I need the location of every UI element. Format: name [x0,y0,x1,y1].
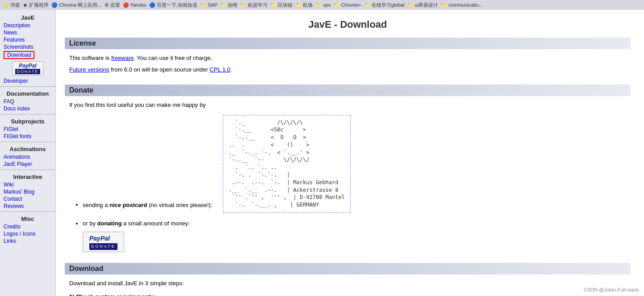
sidebar-subprojects-section: Subprojects [0,116,55,126]
sidebar-item-figlet[interactable]: FIGlet [0,126,55,133]
sidebar-documentation-section: Documentation [0,89,55,98]
browser-bookmarks-bar: ⭐ 书签 ★ 扩展程序 🔵 Chrome 网上应用... ⚙ 设置 🔴 Yand… [0,0,644,10]
bookmark-item[interactable]: 🔵 百度一下,你就知道 [149,2,197,8]
future-versions-link[interactable]: Future versions [69,66,109,73]
donate-list: sending a nice postcard (no virtual ones… [69,112,631,253]
cpl-link[interactable]: CPL 1.0 [209,66,230,73]
bookmark-item[interactable]: 📁 创维 [220,2,238,8]
bookmark-item[interactable]: 📁 Chrome+ [334,2,362,8]
download-block: Download and install JavE in 3 simple st… [65,279,631,296]
sidebar-item-logos-icons[interactable]: Logos / Icons [0,230,55,237]
page-wrapper: JavE Description News Features Screensho… [0,10,644,296]
sidebar-divider5 [0,211,55,212]
sidebar-divider4 [0,169,55,170]
donating-bold: donating [97,220,122,227]
donate-text: If you find this tool useful you can mak… [69,101,631,110]
paypal-donate-main-wrapper[interactable]: PayPal DONATE [83,232,631,253]
bookmark-item[interactable]: ⭐ 书签 [3,2,20,8]
sidebar-item-contact[interactable]: Contact [0,195,55,203]
license-text3: from 6.0 on will be open source under [109,66,210,73]
paypal-donate-sidebar[interactable]: PayPal DONATE [0,61,55,76]
license-header: License [65,38,631,49]
sidebar: JavE Description News Features Screensho… [0,10,56,296]
freeware-link[interactable]: freeware [111,55,134,61]
donate-header: Donate [65,85,631,96]
sidebar-interactive-section: Interactive [0,172,55,181]
sidebar-item-description[interactable]: Description [0,22,55,29]
sidebar-item-news[interactable]: News [0,29,55,36]
main-content: JavE - Download License This software is… [56,10,644,296]
sidebar-misc-section: Misc [0,214,55,223]
bookmark-item[interactable]: 📁 在线学习global [364,2,404,8]
bookmark-item[interactable]: 📁 ui界面设计 [407,2,439,8]
sidebar-item-faq[interactable]: FAQ [0,98,55,105]
no-virtual-text: (no virtual ones please!): [147,201,213,208]
sidebar-asclimations-section: Asclimations [0,144,55,153]
sidebar-item-download[interactable]: Download [4,51,34,59]
donate-postcard-item: sending a nice postcard (no virtual ones… [83,112,631,218]
bookmark-item[interactable]: 📁 机器学习 [240,2,268,8]
bookmark-item[interactable]: 📁 vps [315,2,330,8]
bookmark-item[interactable]: 📁 SAP [200,2,217,8]
sidebar-item-reviews[interactable]: Reviews [0,203,55,210]
download-text: Download and install JavE in 3 simple st… [69,279,631,288]
license-text2: . You can use it free of charge. [134,55,213,61]
bookmark-item[interactable]: 🔴 Yandex [123,2,146,8]
sidebar-item-docs-index[interactable]: Docs index [0,105,55,112]
bookmark-item[interactable]: ★ 扩展程序 [23,2,49,8]
sidebar-divider [0,86,55,87]
sidebar-item-credits[interactable]: Credits [0,223,55,230]
bookmark-item[interactable]: 🔵 Chrome 网上应用... [51,2,101,8]
sidebar-divider3 [0,142,55,142]
sidebar-item-wiki[interactable]: Wiki [0,181,55,188]
watermark: CSDN @Joker-Full-stack [584,287,639,292]
sidebar-item-features[interactable]: Features [0,36,55,43]
license-block: This software is freeware. You can use i… [65,54,631,74]
donate-money-item: or by donating a small amount of money: … [83,219,631,252]
sidebar-jave-section: JavE [0,13,55,22]
sidebar-item-developer[interactable]: Developer [0,77,55,85]
bookmark-item[interactable]: 📁 机场 [295,2,313,8]
paypal-donate-button[interactable]: PayPal DONATE [83,232,124,253]
nice-postcard-bold: nice postcard [109,201,147,208]
license-text: This software is freeware. You can use i… [69,54,631,63]
donating-text: or by donating a small amount of money: [83,220,190,227]
sidebar-item-screenshots[interactable]: Screenshots [0,43,55,51]
sidebar-item-jave-player[interactable]: JavE Player [0,161,55,168]
sending-text: sending a [83,201,109,208]
bookmark-item[interactable]: 📁 区块链 [270,2,293,8]
sidebar-item-markus-blog[interactable]: Markus' Blog [0,188,55,195]
sidebar-item-figlet-fonts[interactable]: FIGlet fonts [0,133,55,140]
bookmark-item[interactable]: ⚙ 设置 [105,2,120,8]
page-title: JavE - Download [65,14,631,38]
download-step1: 1) Check system requirements: [69,292,631,296]
license-future-text: Future versions from 6.0 on will be open… [69,65,631,74]
sidebar-item-animations[interactable]: Animations [0,153,55,161]
donate-block: If you find this tool useful you can mak… [65,101,631,252]
ascii-art-address: `._ /\/\/\/\ `-.__ <50c > `-..__ < O O >… [223,115,351,213]
download-header: Download [65,263,631,275]
license-text1: This software is [69,55,111,61]
sidebar-item-links[interactable]: Links [0,237,55,245]
sidebar-divider2 [0,114,55,114]
bookmark-item[interactable]: 📁 communicatio... [441,2,483,8]
license-end: . [230,66,232,73]
